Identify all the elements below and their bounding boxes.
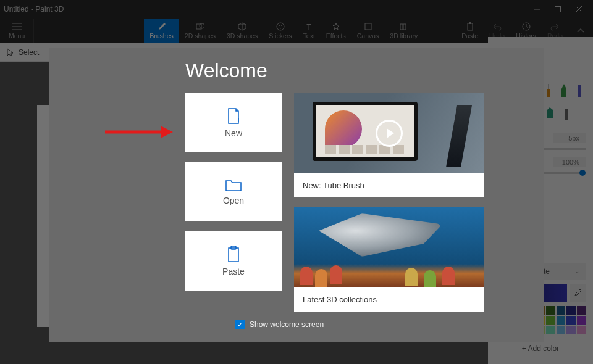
svg-text:+: +	[237, 116, 240, 123]
annotation-arrow	[105, 125, 173, 139]
folder-icon	[225, 178, 242, 192]
paste-label: Paste	[222, 267, 245, 276]
checkbox-label: Show welcome screen	[250, 320, 324, 329]
new-card[interactable]: + New	[185, 93, 282, 152]
checkbox-checked-icon: ✓	[235, 320, 245, 329]
paste-card[interactable]: Paste	[185, 231, 282, 291]
new-file-icon: +	[226, 107, 241, 125]
clipboard-icon	[227, 246, 240, 263]
feature-card-collections[interactable]: Latest 3D collections	[294, 207, 484, 312]
play-icon	[376, 120, 403, 147]
svg-rect-28	[229, 248, 238, 262]
welcome-dialog: Welcome + New Open	[49, 48, 544, 342]
svg-marker-31	[161, 126, 173, 138]
new-label: New	[225, 128, 242, 138]
collections-thumbnail	[294, 207, 484, 287]
feature-label: New: Tube Brush	[294, 173, 484, 197]
open-card[interactable]: Open	[185, 162, 282, 221]
feature-label: Latest 3D collections	[294, 287, 484, 312]
feature-card-video[interactable]: New: Tube Brush	[294, 93, 484, 197]
video-thumbnail	[294, 93, 484, 173]
welcome-heading: Welcome	[185, 59, 544, 82]
show-welcome-checkbox[interactable]: ✓ Show welcome screen	[235, 320, 324, 329]
open-label: Open	[223, 196, 244, 205]
